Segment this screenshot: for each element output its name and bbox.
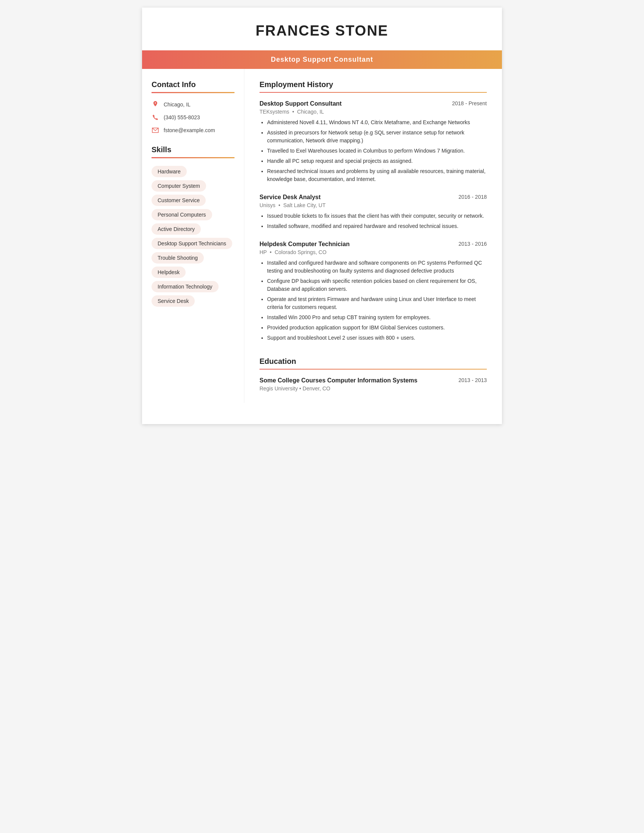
skills-divider <box>151 157 235 158</box>
contact-section: Contact Info Chicago, IL <box>151 80 235 134</box>
skill-tag: Customer Service <box>151 195 206 206</box>
education-list: Some College Courses Computer Informatio… <box>259 377 487 391</box>
education-degree: Some College Courses Computer Informatio… <box>259 377 417 384</box>
resume-header: FRANCES STONE <box>142 8 502 47</box>
title-banner: Desktop Support Consultant <box>142 50 502 69</box>
job-dates: 2016 - 2018 <box>458 194 487 200</box>
employment-divider <box>259 92 487 93</box>
job-bullet: Administered Novell 4.11, Windows NT 4.0… <box>267 119 487 127</box>
jobs-list: Desktop Support Consultant 2018 - Presen… <box>259 100 487 342</box>
job-bullets: Administered Novell 4.11, Windows NT 4.0… <box>259 119 487 183</box>
resume-container: FRANCES STONE Desktop Support Consultant… <box>142 8 502 424</box>
contact-section-title: Contact Info <box>151 80 235 89</box>
skill-tag: Desktop Support Technicians <box>151 238 232 249</box>
job-title: Service Desk Analyst <box>259 194 320 201</box>
job-entry: Service Desk Analyst 2016 - 2018 Unisys … <box>259 194 487 230</box>
skills-section: Skills HardwareComputer SystemCustomer S… <box>151 145 235 307</box>
job-company: Unisys • Salt Lake City, UT <box>259 202 487 208</box>
job-bullet: Configure DP backups with specific reten… <box>267 277 487 293</box>
job-bullets: Installed and configured hardware and so… <box>259 259 487 342</box>
phone-text: (340) 555-8023 <box>164 114 200 121</box>
education-dates: 2013 - 2013 <box>458 377 487 383</box>
contact-phone: (340) 555-8023 <box>151 114 235 121</box>
job-company: HP • Colorado Springs, CO <box>259 249 487 255</box>
contact-divider <box>151 92 235 93</box>
job-bullets: Issued trouble tickets to fix issues tha… <box>259 212 487 230</box>
employment-section: Employment History Desktop Support Consu… <box>259 80 487 342</box>
education-entry: Some College Courses Computer Informatio… <box>259 377 487 391</box>
main-content: Employment History Desktop Support Consu… <box>244 69 502 403</box>
candidate-title: Desktop Support Consultant <box>271 56 373 63</box>
job-entry: Desktop Support Consultant 2018 - Presen… <box>259 100 487 183</box>
skill-tag: Service Desk <box>151 295 195 307</box>
location-icon <box>151 101 159 108</box>
job-bullet: Installed Win 2000 Pro and setup CBT tra… <box>267 314 487 322</box>
employment-section-title: Employment History <box>259 80 487 89</box>
job-bullet: Researched technical issues and problems… <box>267 167 487 183</box>
job-dates: 2018 - Present <box>452 100 487 106</box>
skill-tag: Trouble Shooting <box>151 252 204 264</box>
bullet-separator: • <box>270 249 272 255</box>
education-section-title: Education <box>259 357 487 366</box>
job-bullet: Provided production application support … <box>267 324 487 332</box>
email-text: fstone@example.com <box>164 127 215 133</box>
bullet-separator: • <box>279 202 280 208</box>
sidebar: Contact Info Chicago, IL <box>142 69 244 403</box>
education-section: Education Some College Courses Computer … <box>259 357 487 391</box>
job-entry: Helpdesk Computer Technician 2013 - 2016… <box>259 241 487 342</box>
job-bullet: Installed software, modified and repaire… <box>267 222 487 230</box>
email-icon <box>151 127 159 134</box>
skills-list: HardwareComputer SystemCustomer ServiceP… <box>151 166 235 307</box>
education-divider <box>259 369 487 370</box>
job-dates: 2013 - 2016 <box>458 241 487 247</box>
skill-tag: Hardware <box>151 166 187 177</box>
job-company: TEKsystems • Chicago, IL <box>259 109 487 115</box>
education-school: Regis University • Denver, CO <box>259 386 417 391</box>
skills-section-title: Skills <box>151 145 235 154</box>
skill-tag: Active Directory <box>151 224 201 235</box>
skill-tag: Information Technology <box>151 281 219 292</box>
skill-tag: Personal Computers <box>151 209 212 220</box>
job-bullet: Travelled to Exel Warehouses located in … <box>267 147 487 155</box>
job-bullet: Operate and test printers Firmware and h… <box>267 295 487 311</box>
contact-location: Chicago, IL <box>151 101 235 108</box>
skill-tag: Helpdesk <box>151 267 186 278</box>
phone-icon <box>151 114 159 121</box>
job-title: Helpdesk Computer Technician <box>259 241 349 248</box>
job-bullet: Issued trouble tickets to fix issues tha… <box>267 212 487 220</box>
location-text: Chicago, IL <box>164 101 190 108</box>
contact-email: fstone@example.com <box>151 127 235 134</box>
skill-tag: Computer System <box>151 180 206 191</box>
job-bullet: Assisted in precursors for Network setup… <box>267 129 487 145</box>
bullet-separator: • <box>292 109 294 115</box>
bullet-separator: • <box>299 386 301 391</box>
job-bullet: Support and troubleshoot Level 2 user is… <box>267 334 487 342</box>
job-title: Desktop Support Consultant <box>259 100 342 107</box>
job-bullet: Handle all PC setup request and special … <box>267 157 487 165</box>
candidate-name: FRANCES STONE <box>150 23 494 39</box>
job-bullet: Installed and configured hardware and so… <box>267 259 487 275</box>
